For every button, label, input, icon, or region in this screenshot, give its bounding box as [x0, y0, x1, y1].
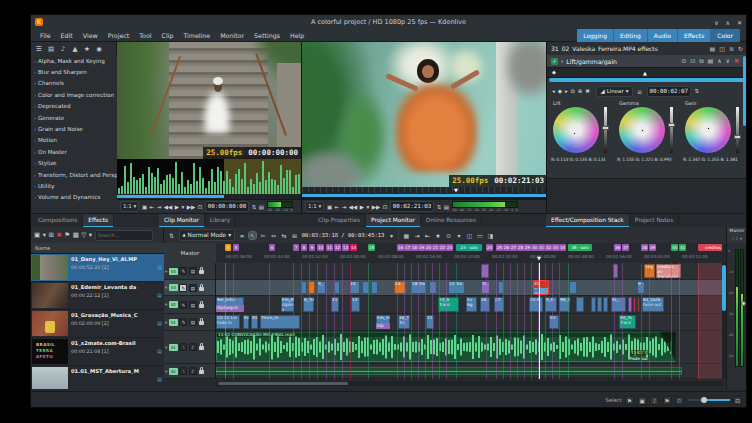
menu-item-help[interactable]: Help: [285, 29, 309, 42]
track-height-icon[interactable]: ⇅: [168, 232, 175, 239]
chevron-down-icon[interactable]: ▾: [165, 345, 167, 350]
mute-master-icon[interactable]: ♪: [736, 235, 739, 243]
timeline-clip[interactable]: 23_6Trans: [438, 297, 459, 312]
lock-icon[interactable]: [199, 321, 204, 325]
chevron-down-icon[interactable]: ▾: [165, 269, 167, 274]
lock-icon[interactable]: [199, 270, 204, 274]
track-header-v3[interactable]: ▾V3✎▤: [164, 280, 216, 296]
tab-compositions[interactable]: Compositions: [33, 214, 83, 228]
chevron-down-icon[interactable]: ▾: [165, 285, 167, 290]
timeline-clip[interactable]: 9_: [317, 281, 326, 294]
rewind-icon[interactable]: ◀◀: [164, 204, 172, 210]
zone-out-icon[interactable]: ⇥: [342, 204, 347, 210]
record-menu-icon[interactable]: ▾: [455, 232, 462, 239]
timeline-clip[interactable]: 99_15: [559, 297, 570, 312]
timeline-ruler[interactable]: 456789101112131415161718192021222323 - s…: [216, 243, 722, 264]
timeline-clip[interactable]: 6_Tra: [303, 297, 314, 312]
keyframe-zoombar[interactable]: [549, 78, 745, 82]
guide-marker[interactable]: 7: [293, 244, 299, 251]
collapse-mixer-icon[interactable]: ‹: [732, 235, 734, 243]
guide-marker[interactable]: 10: [317, 244, 324, 251]
monitor-menu-icon[interactable]: ▤: [444, 204, 449, 210]
timeline-clip[interactable]: 90_ToTrans: [619, 315, 636, 329]
project-monitor-ruler[interactable]: ▼: [302, 187, 547, 197]
timecode-spinner[interactable]: ⇅: [694, 88, 699, 94]
extract-zone-icon[interactable]: ⇤: [424, 232, 431, 239]
timeline-clip[interactable]: 16g: [644, 264, 655, 278]
bin-clip[interactable]: 01_Dany_Hey_Vi_Al.MP00:00:52:20 [2]▤: [31, 254, 164, 282]
track-composite-icon[interactable]: ▤: [189, 318, 197, 326]
tab-effects[interactable]: Effects: [83, 214, 114, 228]
track-edit-icon[interactable]: ✎: [179, 343, 187, 351]
clip-monitor-waveform[interactable]: [117, 159, 301, 194]
guide-marker[interactable]: 15: [368, 244, 375, 251]
timeline-clip[interactable]: [498, 281, 504, 294]
track-edit-icon[interactable]: ✎: [179, 267, 187, 275]
timeline-clip[interactable]: 9: [637, 281, 645, 294]
tab-project-notes[interactable]: Project Notes: [630, 214, 679, 228]
timeline-clip[interactable]: 13: [351, 297, 360, 312]
guide-marker[interactable]: 4: [225, 244, 231, 251]
add-keyframe-icon[interactable]: ◆: [558, 88, 562, 94]
track-header-a2[interactable]: ▾A2✎♪: [164, 364, 216, 379]
guide-marker[interactable]: 39: [649, 244, 656, 251]
bin-name-column-header[interactable]: Name: [31, 243, 164, 254]
guide-marker[interactable]: 35 - solo: [568, 244, 592, 251]
hamburger-menu-icon[interactable]: ☰: [34, 45, 44, 53]
timeline-clip[interactable]: 14: [394, 281, 406, 294]
audio-thumbnails-icon[interactable]: ♪: [650, 396, 659, 405]
track-edit-icon[interactable]: ✎: [179, 318, 187, 326]
audio-clip[interactable]: 11-02 CONVOCAÇÃO MIX FINAL.mp311-02 CFad…: [216, 332, 676, 362]
keyframe-diamond-icon[interactable]: ◆: [552, 69, 556, 75]
paste-keyframes-icon[interactable]: ⊕: [578, 88, 583, 94]
chevron-down-icon[interactable]: ▾: [165, 369, 167, 374]
multicam-tool-icon[interactable]: ⊞: [291, 232, 298, 239]
monitor-timecode[interactable]: 00:02:21:03: [390, 201, 434, 212]
spacer-tool-icon[interactable]: ⇔: [270, 232, 277, 239]
timeline-clip[interactable]: 9L_: [611, 297, 626, 312]
timeline-clip[interactable]: [597, 297, 602, 312]
timeline-clip[interactable]: 22 Tra: [448, 281, 465, 294]
wheel-cursor[interactable]: [707, 127, 710, 130]
tab-clip-properties[interactable]: Clip Properties: [313, 214, 366, 228]
add-clip-menu-icon[interactable]: ▾: [43, 231, 46, 239]
timeline-clip[interactable]: 02: [549, 315, 559, 329]
move-down-icon[interactable]: ∨: [726, 57, 730, 65]
track-v4[interactable]: 16gcreditos anTransform: [216, 263, 722, 280]
track-tag[interactable]: V1: [169, 319, 178, 326]
timeline-clip[interactable]: En: [243, 315, 249, 329]
track-header-v1[interactable]: ▾V1✎▤: [164, 314, 216, 331]
timeline-clip[interactable]: [603, 297, 608, 312]
zone-in-icon[interactable]: ⇤: [150, 204, 155, 210]
snap-toggle-icon[interactable]: ⚐: [675, 396, 684, 405]
forward-icon[interactable]: ▶▶: [187, 204, 195, 210]
bin-clip[interactable]: 01_Gravação_Musica_C00:02:00:09 [2]▤: [31, 310, 164, 338]
play-icon[interactable]: ▶: [175, 204, 179, 210]
bin-search-input[interactable]: [95, 230, 153, 241]
add-clip-icon[interactable]: ▣: [34, 231, 40, 239]
track-a2[interactable]: [216, 364, 722, 379]
loop-zone-icon[interactable]: ⊡: [198, 204, 203, 210]
timecode-spinner[interactable]: ⇅: [252, 204, 257, 210]
guide-marker[interactable]: 41: [679, 244, 686, 251]
previous-keyframe-icon[interactable]: ◂: [552, 88, 555, 94]
filter-menu-icon[interactable]: ▾: [89, 231, 92, 239]
timeline-clip[interactable]: [591, 297, 596, 312]
menu-item-file[interactable]: File: [35, 29, 56, 42]
tags-icon[interactable]: ⚑: [64, 231, 70, 239]
workspace-tab-audio[interactable]: Audio: [648, 29, 678, 42]
delete-effect-icon[interactable]: ✖: [734, 57, 739, 65]
keyframe-ruler[interactable]: ◆ ▲: [547, 68, 747, 78]
wheel-slider[interactable]: [604, 107, 607, 153]
tab-library[interactable]: Library: [205, 214, 236, 228]
play-icon[interactable]: ▶: [360, 204, 364, 210]
slider-handle[interactable]: [734, 135, 741, 139]
bin-clip[interactable]: 01.01_MST_Abertura_M▤: [31, 366, 164, 389]
track-v2[interactable]: 8el_InforAlphaspotEm_MaAlpha s6_Tra11132…: [216, 296, 722, 314]
tab-online-resources[interactable]: Online Resources: [421, 214, 482, 228]
timeline-clip[interactable]: creditos anTransform: [656, 264, 681, 278]
guide-marker[interactable]: 11: [326, 244, 333, 251]
timeline-zoom-slider[interactable]: [688, 399, 730, 401]
track-v3[interactable]: 9_101418 Tra22 TraTL31Lift9: [216, 280, 722, 296]
effect-category[interactable]: ›Grain and Noise: [31, 123, 117, 134]
